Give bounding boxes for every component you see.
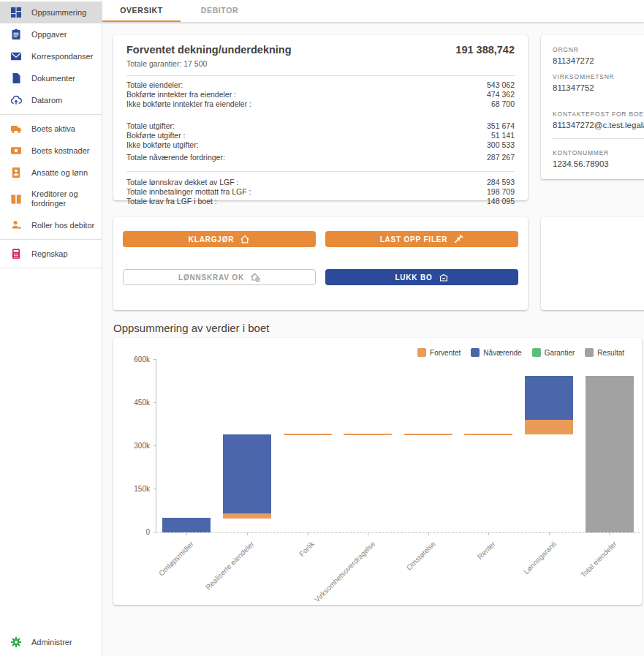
tab-oversikt[interactable]: OVERSIKT bbox=[102, 0, 181, 22]
row-label: Bokførte utgifter : bbox=[126, 131, 186, 140]
row-value: 287 267 bbox=[487, 153, 515, 162]
sidebar-item-boets-kostnader[interactable]: Boets kostnader bbox=[0, 140, 102, 162]
summary-row: Totale krav fra LGF i boet :148 095 bbox=[126, 197, 515, 206]
chart-bar-segment bbox=[223, 434, 271, 513]
chart-y-label: 0 bbox=[145, 528, 150, 536]
row-label: Ikke bokførte utgifter: bbox=[126, 140, 199, 150]
chart-plot: OmløpsmidlerRealiserte eiendelerForlikVi… bbox=[156, 360, 640, 532]
row-label: Ikke bokførte inntekter fra eiendeler : bbox=[126, 99, 251, 109]
person-icon bbox=[10, 219, 22, 232]
summary-row: Totale innbetalinger mottatt fra LGF :19… bbox=[126, 187, 515, 197]
open-box-icon bbox=[439, 272, 449, 282]
chart-x-label: Omløpsmidler bbox=[157, 540, 195, 578]
sidebar-item-oppsummering[interactable]: Oppsummering bbox=[0, 1, 102, 23]
orgnr-label: ORGNR bbox=[553, 46, 644, 53]
sidebar-item-kreditorer-og-fordringer[interactable]: Kreditorer og fordringer bbox=[0, 184, 102, 214]
legend-swatch bbox=[417, 348, 426, 357]
row-label: Bokførte inntekter fra eiendeler : bbox=[126, 90, 236, 99]
x-axis-tick bbox=[549, 532, 550, 535]
last-opp-filer-button[interactable]: LAST OPP FILER bbox=[325, 231, 518, 247]
chart-y-label: 450k bbox=[134, 399, 150, 407]
legend-label: Forventet bbox=[430, 349, 461, 357]
gear-icon bbox=[10, 636, 22, 649]
row-label: Totale innbetalinger mottatt fra LGF : bbox=[126, 187, 251, 197]
sidebar-item-dokumenter[interactable]: Dokumenter bbox=[0, 67, 102, 89]
truck-icon bbox=[10, 123, 22, 135]
kontonummer-value: 1234.56.78903 bbox=[553, 159, 644, 168]
row-value: 543 062 bbox=[487, 80, 515, 90]
legend-item[interactable]: Forventet bbox=[417, 348, 461, 357]
summary-row: Bokførte inntekter fra eiendeler :474 36… bbox=[126, 90, 515, 99]
summary-title: Forventet dekning/underdekning bbox=[126, 44, 292, 56]
klargjor-button[interactable]: KLARGJØR bbox=[123, 231, 316, 247]
summary-row: Totale utgifter:351 674 bbox=[126, 121, 515, 131]
chart-x-label: Renter bbox=[476, 540, 497, 561]
chart-bar-segment bbox=[525, 376, 573, 420]
sidebar-item-regnskap[interactable]: Regnskap bbox=[0, 243, 102, 265]
sidebar-item-label: Ansatte og lønn bbox=[31, 168, 99, 178]
lukk-bo-button[interactable]: LUKK BO bbox=[325, 269, 518, 285]
y-axis-tick bbox=[154, 489, 156, 489]
sidebar-divider bbox=[0, 268, 102, 268]
row-value: 68 700 bbox=[491, 99, 515, 109]
sidebar-item-label: Boets kostnader bbox=[31, 146, 99, 156]
chart-y-label: 300k bbox=[134, 442, 150, 450]
sidebar-item-oppgaver[interactable]: Oppgaver bbox=[0, 23, 102, 45]
sidebar-item-ansatte-og-lonn[interactable]: Ansatte og lønn bbox=[0, 162, 102, 184]
sidebar-item-roller-hos-debitor[interactable]: Roller hos debitor bbox=[0, 214, 102, 236]
chart-bar-segment bbox=[162, 518, 211, 532]
row-value: 300 533 bbox=[487, 140, 515, 150]
house-icon bbox=[240, 234, 250, 244]
summary-row: Ikke bokførte inntekter fra eiendeler :6… bbox=[126, 99, 515, 109]
legend-item[interactable]: Resultat bbox=[585, 348, 624, 357]
legend-label: Resultat bbox=[597, 349, 624, 357]
tab-debitor[interactable]: DEBITOR bbox=[181, 0, 259, 22]
legend-swatch bbox=[585, 348, 594, 357]
kontaktepost-label: KONTAKTEPOST FOR BOET bbox=[553, 110, 644, 118]
summary-amount: 191 388,742 bbox=[455, 44, 515, 56]
button-label: LØNNSKRAV OK bbox=[178, 274, 244, 282]
x-axis-tick bbox=[368, 532, 368, 535]
divider bbox=[553, 138, 644, 139]
mail-icon bbox=[10, 50, 22, 63]
legend-item[interactable]: Nåværende bbox=[471, 348, 521, 357]
chart-x-label: Forlik bbox=[298, 540, 316, 558]
row-label: Totale utgifter: bbox=[126, 121, 175, 131]
sidebar-item-boets-aktiva[interactable]: Boets aktiva bbox=[0, 118, 102, 140]
row-label: Totale lønnskrav dekket av LGF : bbox=[126, 178, 238, 187]
legend-label: Garantier bbox=[545, 349, 575, 357]
kontaktepost-value: 811347272@c.test.legala.no bbox=[553, 121, 644, 129]
chart-bar-segment bbox=[586, 376, 634, 532]
orgnr-value: 811347272 bbox=[553, 56, 644, 65]
tasks-icon bbox=[10, 29, 22, 41]
sidebar-item-label: Boets aktiva bbox=[31, 124, 99, 134]
chart-y-label: 150k bbox=[134, 485, 150, 493]
sidebar-divider bbox=[0, 239, 102, 240]
y-axis-tick bbox=[154, 532, 156, 532]
chart-bar-segment bbox=[404, 434, 452, 435]
summary-subtitle: Totale garantier: 17 500 bbox=[126, 59, 515, 68]
chart-section-title: Oppsummering av verdier i boet bbox=[113, 322, 269, 334]
sidebar: Oppsummering Oppgaver Korrespondanser Do… bbox=[0, 0, 102, 656]
sidebar-item-label: Roller hos debitor bbox=[31, 221, 99, 230]
lonnskrav-ok-button[interactable]: LØNNSKRAV OK bbox=[123, 269, 316, 285]
legend-label: Nåværende bbox=[483, 349, 521, 357]
gift-icon bbox=[10, 193, 22, 206]
sidebar-item-datarom[interactable]: Datarom bbox=[0, 89, 102, 111]
chart-x-label: Realiserte eiendeler bbox=[204, 540, 256, 592]
chart-y-label: 600k bbox=[134, 355, 150, 363]
x-axis-tick bbox=[610, 532, 610, 535]
chart-x-label: Virksomhetsoverdragelse bbox=[313, 540, 376, 603]
calculator-icon bbox=[10, 248, 22, 260]
chart-bar-segment bbox=[344, 434, 392, 435]
y-axis-tick bbox=[154, 359, 156, 360]
sidebar-item-administrer[interactable]: Administrer bbox=[0, 631, 102, 653]
y-axis-tick bbox=[154, 402, 156, 403]
main-content: OVERSIKT DEBITOR Forventet dekning/under… bbox=[102, 0, 644, 656]
sidebar-item-korrespondanser[interactable]: Korrespondanser bbox=[0, 45, 102, 67]
legend-item[interactable]: Garantier bbox=[532, 348, 575, 357]
summary-card: Forventet dekning/underdekning 191 388,7… bbox=[113, 35, 528, 200]
chart-bar-segment bbox=[525, 420, 573, 434]
summary-row: Totale lønnskrav dekket av LGF :284 593 bbox=[126, 178, 515, 187]
row-value: 284 593 bbox=[487, 178, 515, 187]
